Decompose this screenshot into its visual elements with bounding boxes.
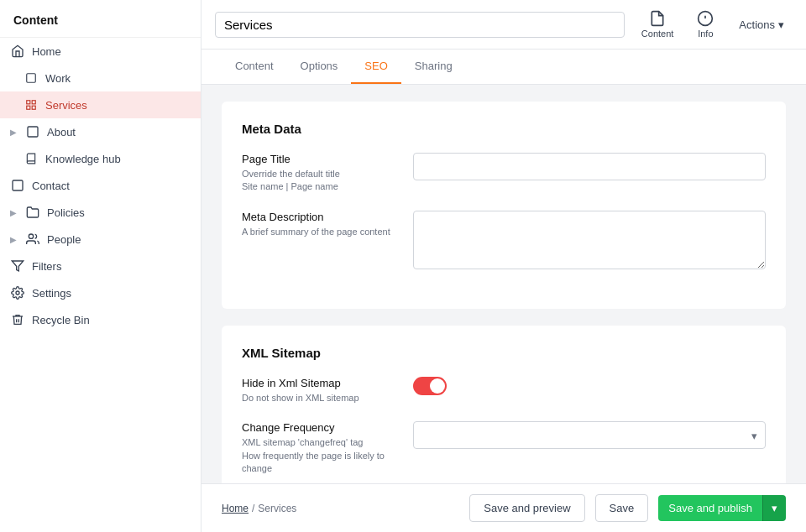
change-freq-label: Change Frequency — [242, 421, 393, 434]
folder-icon — [25, 205, 40, 220]
save-publish-dropdown-button[interactable]: ▾ — [762, 495, 786, 521]
change-freq-hint1: XML sitemap 'changefreq' tag — [242, 436, 393, 449]
chevron-right-icon: ▶ — [10, 128, 17, 137]
tab-options[interactable]: Options — [287, 50, 352, 84]
grid-icon — [10, 178, 25, 193]
chevron-down-icon: ▾ — [772, 502, 777, 514]
file-icon — [24, 70, 39, 86]
home-icon — [10, 44, 25, 59]
breadcrumb-home-link[interactable]: Home — [222, 503, 249, 514]
hide-xml-label-col: Hide in Xml Sitemap Do not show in XML s… — [242, 377, 393, 404]
svg-rect-4 — [32, 106, 35, 109]
chevron-right-icon: ▶ — [10, 208, 17, 217]
meta-desc-field[interactable] — [413, 211, 766, 269]
info-view-btn[interactable]: Info — [690, 7, 720, 42]
book-icon — [24, 151, 39, 166]
sidebar-item-label: Home — [32, 45, 61, 58]
change-freq-hint2: How frequently the page is likely to cha… — [242, 450, 393, 476]
tab-sharing[interactable]: Sharing — [401, 50, 466, 84]
save-preview-button[interactable]: Save and preview — [469, 494, 584, 522]
svg-rect-2 — [32, 101, 35, 104]
sidebar: Content Home Work Services ▶ — [0, 0, 202, 532]
topbar-actions: Content Info Actions ▾ — [635, 7, 793, 42]
sidebar-item-services[interactable]: Services — [0, 91, 201, 118]
sidebar-item-knowledge-hub[interactable]: Knowledge hub — [0, 145, 201, 172]
users-icon — [25, 232, 40, 247]
content-view-btn[interactable]: Content — [635, 7, 681, 42]
tab-seo[interactable]: SEO — [351, 50, 400, 84]
grid-icon — [24, 97, 39, 112]
sidebar-item-label: Filters — [32, 260, 61, 273]
sidebar-item-settings[interactable]: Settings — [0, 279, 201, 306]
footer: Home / Services Save and preview Save Sa… — [202, 483, 806, 532]
content-btn-label: Content — [641, 29, 674, 39]
hide-xml-control — [413, 377, 766, 395]
settings-icon — [10, 285, 25, 300]
sidebar-item-label: Policies — [47, 206, 85, 219]
breadcrumb: Home / Services — [222, 503, 459, 514]
info-icon — [25, 124, 40, 139]
svg-rect-5 — [28, 127, 38, 137]
sidebar-item-policies[interactable]: ▶ Policies — [0, 199, 201, 226]
page-title-row: Page Title Override the default title Si… — [242, 153, 766, 194]
sidebar-item-contact[interactable]: Contact — [0, 172, 201, 199]
sidebar-item-label: About — [47, 126, 76, 138]
page-title-hint2: Site name | Page name — [242, 180, 393, 193]
sidebar-item-about[interactable]: ▶ About — [0, 118, 201, 145]
breadcrumb-separator: / — [252, 503, 254, 514]
content-area: Meta Data Page Title Override the defaul… — [202, 85, 806, 483]
meta-desc-label-col: Meta Description A brief summary of the … — [242, 211, 393, 238]
svg-point-9 — [16, 291, 19, 295]
page-title-field[interactable] — [413, 153, 766, 180]
sidebar-item-label: Contact — [32, 180, 70, 192]
content-icon — [649, 10, 666, 27]
sidebar-item-filters[interactable]: Filters — [0, 253, 201, 279]
sidebar-item-label: People — [47, 233, 81, 246]
change-freq-row: Change Frequency XML sitemap 'changefreq… — [242, 421, 766, 475]
xml-sitemap-title: XML Sitemap — [242, 346, 766, 360]
meta-desc-label: Meta Description — [242, 211, 393, 223]
page-title-input[interactable] — [215, 12, 625, 38]
tabs-bar: Content Options SEO Sharing — [202, 50, 806, 85]
hide-xml-row: Hide in Xml Sitemap Do not show in XML s… — [242, 377, 766, 404]
page-title-label: Page Title — [242, 153, 393, 165]
save-button[interactable]: Save — [595, 494, 649, 522]
meta-data-title: Meta Data — [242, 122, 766, 136]
meta-desc-row: Meta Description A brief summary of the … — [242, 211, 766, 272]
page-title-hint1: Override the default title — [242, 168, 393, 180]
sidebar-item-label: Knowledge hub — [45, 153, 121, 165]
actions-label: Actions — [739, 18, 775, 31]
page-title-control — [413, 153, 766, 180]
sidebar-item-home[interactable]: Home — [0, 38, 201, 65]
actions-button[interactable]: Actions ▾ — [730, 13, 793, 36]
info-icon — [697, 10, 714, 27]
hide-xml-hint: Do not show in XML sitemap — [242, 392, 393, 404]
toggle-knob — [430, 378, 445, 394]
svg-rect-6 — [13, 180, 23, 190]
hide-xml-toggle[interactable] — [413, 377, 447, 395]
sidebar-item-recycle-bin[interactable]: Recycle Bin — [0, 306, 201, 333]
xml-sitemap-section: XML Sitemap Hide in Xml Sitemap Do not s… — [222, 326, 786, 483]
change-freq-select-wrapper: Always Hourly Daily Weekly Monthly Yearl… — [413, 421, 766, 449]
sidebar-item-work[interactable]: Work — [0, 65, 201, 91]
save-publish-group: Save and publish ▾ — [658, 495, 786, 521]
change-freq-select[interactable]: Always Hourly Daily Weekly Monthly Yearl… — [413, 421, 766, 449]
trash-icon — [10, 312, 25, 327]
svg-rect-3 — [27, 106, 30, 109]
meta-desc-hint: A brief summary of the page content — [242, 226, 393, 238]
page-title-label-col: Page Title Override the default title Si… — [242, 153, 393, 194]
svg-rect-0 — [27, 74, 36, 83]
meta-data-section: Meta Data Page Title Override the defaul… — [222, 102, 786, 309]
breadcrumb-current: Services — [258, 503, 296, 514]
sidebar-item-label: Settings — [32, 287, 71, 300]
tab-content[interactable]: Content — [222, 50, 287, 84]
sidebar-item-label: Services — [45, 99, 87, 112]
main-content: Meta Data Page Title Override the defaul… — [202, 85, 806, 483]
sidebar-header: Content — [0, 0, 201, 38]
chevron-right-icon: ▶ — [10, 235, 17, 244]
svg-point-7 — [29, 234, 33, 238]
sidebar-item-label: Recycle Bin — [32, 314, 90, 326]
sidebar-item-people[interactable]: ▶ People — [0, 226, 201, 253]
hide-xml-label: Hide in Xml Sitemap — [242, 377, 393, 389]
save-publish-button[interactable]: Save and publish — [658, 495, 762, 521]
